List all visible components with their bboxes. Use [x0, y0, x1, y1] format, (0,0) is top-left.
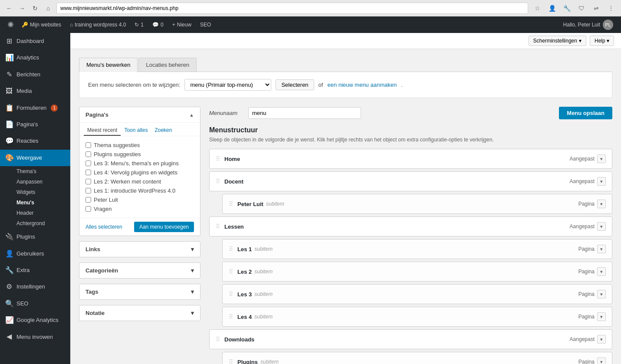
wp-logo[interactable]: ✺	[3, 16, 17, 33]
sidebar-sub-achtergrond[interactable]: Achtergrond	[0, 218, 70, 229]
sidebar-item-formulieren[interactable]: 📋 Formulieren 1	[0, 100, 70, 116]
drag-handle-home[interactable]: ⠿	[216, 155, 220, 162]
page-checkbox-2[interactable]	[85, 161, 91, 166]
drag-handle-les4[interactable]: ⠿	[229, 313, 233, 320]
admin-bar-mijn-websites[interactable]: 🔑 Mijn websites	[17, 16, 66, 33]
profile-btn[interactable]: 👤	[546, 3, 558, 14]
sidebar-item-gebruikers[interactable]: 👤 Gebruikers	[0, 246, 70, 262]
tab-locaties-beheren[interactable]: Locaties beheren	[138, 58, 197, 72]
les1-expand-btn[interactable]: ▾	[597, 245, 606, 253]
refresh-btn[interactable]: ↻	[30, 3, 40, 13]
sidebar-item-menu-invowen[interactable]: ◀ Menu invowen	[0, 328, 70, 345]
categories-header[interactable]: Categorieën ▾	[79, 263, 200, 278]
seo-icon: 🔍	[5, 299, 13, 308]
sidebar-item-extra[interactable]: 🔧 Extra	[0, 262, 70, 279]
peter-luit-sub: subitem	[266, 201, 284, 207]
notatie-header[interactable]: Notatie ▾	[79, 305, 200, 321]
menu-select-dropdown[interactable]: menu (Primair top-menu)	[184, 79, 271, 91]
tab-menus-bewerken[interactable]: Menu's bewerken	[79, 58, 138, 72]
downloads-expand-btn[interactable]: ▾	[597, 335, 606, 344]
menu-btn[interactable]: ⋮	[605, 3, 617, 14]
back-btn[interactable]: ←	[4, 3, 14, 13]
save-menu-btn[interactable]: Menu opslaan	[559, 107, 612, 119]
shield-btn[interactable]: 🛡	[576, 3, 587, 14]
drag-handle-les3[interactable]: ⠿	[229, 291, 233, 298]
chevron-down-icon: ▾	[579, 38, 582, 44]
page-checkbox-4[interactable]	[85, 179, 91, 184]
drag-handle-les2[interactable]: ⠿	[229, 268, 233, 275]
sidebar-item-dashboard[interactable]: ⊞ Dashboard	[0, 33, 70, 49]
create-menu-link[interactable]: een nieuw menu aanmaken	[327, 82, 397, 88]
sidebar-sub-widgets[interactable]: Widgets	[0, 187, 70, 197]
user-info[interactable]: Hallo, Peter Luit PL	[559, 20, 618, 30]
drag-handle-docent[interactable]: ⠿	[216, 178, 220, 185]
les4-sub: subitem	[254, 314, 273, 320]
sidebar-item-seo[interactable]: 🔍 SEO	[0, 295, 70, 312]
formulieren-icon: 📋	[5, 103, 13, 113]
menu-main: Pagina's ▲ Meest recent Toon alles Zoeke…	[79, 107, 612, 364]
sidebar-sub-menus[interactable]: Menu's	[0, 197, 70, 208]
page-checkbox-5[interactable]	[85, 188, 91, 193]
les2-expand-btn[interactable]: ▾	[597, 267, 606, 276]
sidebar-item-weergave[interactable]: 🎨 Weergave	[0, 150, 70, 166]
notatie-arrow-icon: ▾	[191, 310, 194, 316]
sidebar-sub-themas[interactable]: Thema's	[0, 166, 70, 177]
pages-section-header[interactable]: Pagina's ▲	[79, 107, 200, 123]
drag-handle-les1[interactable]: ⠿	[229, 246, 233, 253]
drag-handle-plugins[interactable]: ⠿	[229, 358, 233, 364]
home-expand-btn[interactable]: ▾	[597, 154, 606, 163]
page-checkbox-6[interactable]	[85, 197, 91, 203]
docent-expand-btn[interactable]: ▾	[597, 177, 606, 186]
list-item: Vragen	[85, 204, 194, 213]
tab-toon-alles[interactable]: Toon alles	[121, 125, 151, 136]
sidebar-sub-aanpassen[interactable]: Aanpassen	[0, 177, 70, 187]
plugins-expand-btn[interactable]: ▾	[597, 357, 606, 364]
add-menu-btn[interactable]: Aan menu toevoegen	[134, 222, 194, 232]
home-btn[interactable]: ⌂	[43, 3, 53, 13]
sidebar-item-berichten[interactable]: ✎ Berichten	[0, 66, 70, 83]
tags-header[interactable]: Tags ▾	[79, 284, 200, 299]
page-checkbox-1[interactable]	[85, 151, 91, 157]
avatar: PL	[603, 20, 613, 30]
peter-luit-expand-btn[interactable]: ▾	[597, 200, 606, 208]
screen-settings-btn[interactable]: Scherminstellingen ▾	[529, 36, 586, 46]
les4-expand-btn[interactable]: ▾	[597, 312, 606, 321]
admin-bar-comments[interactable]: 💬 0	[148, 16, 168, 33]
sidebar-item-media[interactable]: 🖼 Media	[0, 83, 70, 99]
sidebar-item-instellingen[interactable]: ⚙ Instellingen	[0, 279, 70, 295]
page-checkbox-7[interactable]	[85, 206, 91, 212]
tab-bar: Menu's bewerken Locaties beheren	[79, 58, 612, 72]
dashboard-icon: ⊞	[5, 36, 13, 46]
admin-bar-seo[interactable]: SEO	[196, 16, 215, 33]
menu-name-input[interactable]	[248, 107, 361, 119]
extensions-btn[interactable]: 🔧	[561, 3, 572, 14]
sidebar-item-paginas[interactable]: 📄 Pagina's	[0, 116, 70, 133]
sidebar-item-plugins[interactable]: 🔌 Plugins	[0, 229, 70, 245]
sidebar-sub-header[interactable]: Header	[0, 208, 70, 218]
translate-btn[interactable]: ⇌	[591, 3, 602, 14]
admin-bar-new[interactable]: + Nieuw	[168, 16, 196, 33]
url-bar[interactable]	[56, 3, 528, 14]
tab-zoeken[interactable]: Zoeken	[151, 125, 175, 136]
drag-handle-lessen[interactable]: ⠿	[216, 223, 220, 230]
tab-meest-recent[interactable]: Meest recent	[84, 125, 121, 136]
page-checkbox-3[interactable]	[85, 170, 91, 175]
admin-bar-site[interactable]: ⌂ training wordpress 4.0	[66, 16, 130, 33]
drag-handle-downloads[interactable]: ⠿	[216, 336, 220, 343]
select-all-link[interactable]: Alles selecteren	[85, 224, 122, 230]
sidebar-item-google-analytics[interactable]: 📈 Google Analytics	[0, 312, 70, 328]
help-btn[interactable]: Help ▾	[590, 36, 614, 46]
select-button[interactable]: Selecteren	[276, 79, 314, 90]
admin-bar-updates[interactable]: ↻ 1	[130, 16, 148, 33]
gebruikers-icon: 👤	[5, 249, 13, 259]
sidebar-item-analytics[interactable]: 📊 Analytics	[0, 49, 70, 66]
les3-expand-btn[interactable]: ▾	[597, 290, 606, 298]
sidebar-item-reacties[interactable]: 💬 Reacties	[0, 133, 70, 149]
forward-btn[interactable]: →	[17, 3, 27, 13]
page-checkbox-0[interactable]	[85, 142, 91, 148]
bookmark-btn[interactable]: ☆	[532, 3, 543, 14]
drag-handle-peter-luit[interactable]: ⠿	[229, 200, 233, 207]
links-arrow-icon: ▾	[191, 246, 194, 253]
links-header[interactable]: Links ▾	[79, 242, 200, 257]
lessen-expand-btn[interactable]: ▾	[597, 222, 606, 231]
